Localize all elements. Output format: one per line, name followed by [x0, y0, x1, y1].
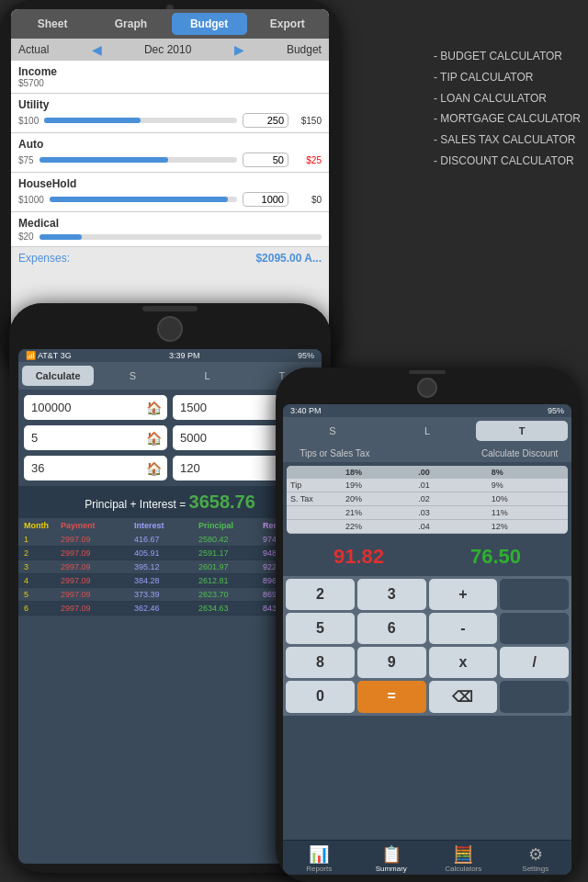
col-principal: Principal: [198, 521, 263, 530]
numpad-equals[interactable]: =: [357, 681, 426, 713]
tip-battery: 95%: [548, 406, 564, 415]
income-sub: $5700: [18, 78, 322, 88]
expenses-amount: $2095.00 A...: [255, 252, 322, 265]
utility-row: Utility $100 250 $150: [11, 94, 329, 133]
auto-slider[interactable]: [40, 157, 237, 163]
carrier-label: 📶 AT&T 3G: [26, 351, 72, 360]
tip-options-bar: Tips or Sales Tax Calculate Discount: [283, 445, 571, 462]
numpad-5[interactable]: 5: [286, 613, 355, 644]
expenses-label: Expenses:: [18, 252, 70, 265]
result-right: 76.50: [470, 545, 521, 569]
tip-tab-t[interactable]: T: [476, 421, 568, 441]
loan-tab-calculate[interactable]: Calculate: [22, 366, 94, 386]
numpad-9[interactable]: 9: [357, 647, 426, 678]
numpad-divide[interactable]: /: [500, 647, 569, 678]
input-principal[interactable]: 🏠: [24, 395, 167, 420]
month-navigation: Actual ◀ Dec 2010 ▶ Budget: [11, 39, 329, 61]
input-months[interactable]: 🏠: [24, 456, 167, 481]
next-month-button[interactable]: ▶: [234, 42, 244, 57]
spacer: [381, 448, 474, 458]
top-tab-bar: Sheet Graph Budget Export: [11, 9, 329, 39]
calculators-label: Calculators: [445, 865, 481, 873]
tab-export[interactable]: Export: [250, 13, 325, 35]
tip-hdr-1: 18%: [345, 468, 418, 477]
numpad-plus[interactable]: +: [429, 579, 498, 610]
utility-slider[interactable]: [44, 118, 237, 123]
household-slider[interactable]: [50, 197, 237, 202]
month-label: Dec 2010: [144, 43, 191, 56]
calculators-icon: 🧮: [427, 844, 500, 865]
tip-results: 91.82 76.50: [283, 537, 571, 576]
numpad-3[interactable]: 3: [357, 579, 426, 610]
tip-tab-l[interactable]: L: [381, 421, 473, 441]
medical-row: Medical $20: [11, 212, 329, 247]
household-title: HouseHold: [18, 177, 322, 190]
home-icon-1: 🏠: [146, 401, 162, 415]
household-input[interactable]: 1000: [243, 192, 288, 207]
tab-budget[interactable]: Budget: [172, 13, 247, 35]
summary-icon: 📋: [356, 844, 428, 865]
tip-hdr-3: 8%: [492, 468, 564, 477]
feature-list-panel: - BUDGET CALCULATOR - TIP CALCULATOR - L…: [434, 46, 581, 172]
tab-sheet[interactable]: Sheet: [15, 13, 90, 35]
feature-2: - TIP CALCULATOR: [434, 71, 533, 84]
numpad-multiply[interactable]: x: [429, 647, 498, 678]
feature-1: - BUDGET CALCULATOR: [434, 50, 562, 62]
feature-6: - DISCOUNT CALCULATOR: [434, 154, 574, 167]
calc-discount-label: Calculate Discount: [473, 448, 566, 458]
feature-3: - LOAN CALCULATOR: [434, 92, 547, 105]
result-value: 3658.76: [189, 492, 255, 512]
home-button-left[interactable]: [157, 316, 183, 342]
nav-summary[interactable]: 📋 Summary: [356, 844, 428, 873]
nav-settings[interactable]: ⚙ Settings: [500, 844, 572, 873]
tips-sales-label: Tips or Sales Tax: [288, 448, 381, 458]
col-interest: Interest: [134, 521, 198, 530]
medical-slider[interactable]: [40, 234, 322, 240]
nav-calculators[interactable]: 🧮 Calculators: [427, 844, 500, 873]
numpad-0[interactable]: 0: [286, 681, 355, 713]
numpad: 2 3 + 5 6 - 8 9 x / 0 = ⌫: [283, 576, 571, 716]
utility-sub: $100: [18, 116, 39, 126]
input-rate[interactable]: 🏠: [24, 425, 167, 450]
loan-tab-s[interactable]: S: [96, 366, 168, 386]
prev-month-button[interactable]: ◀: [92, 42, 102, 57]
auto-input[interactable]: 50: [243, 153, 288, 167]
battery-label: 95%: [298, 351, 314, 360]
feature-5: - SALES TAX CALCULATOR: [434, 133, 576, 146]
numpad-8[interactable]: 8: [286, 647, 355, 678]
auto-row: Auto $75 50 $25: [11, 133, 329, 173]
loan-tab-l[interactable]: L: [172, 366, 243, 386]
tip-grid-header: 18% .00 8%: [287, 466, 568, 479]
col-month: Month: [24, 521, 61, 530]
reports-label: Reports: [306, 865, 332, 873]
auto-title: Auto: [18, 138, 322, 151]
numpad-2[interactable]: 2: [286, 579, 355, 610]
result-left: 91.82: [334, 545, 384, 569]
tip-tab-s[interactable]: S: [287, 421, 379, 441]
tip-phone: 3:40 PM 95% S L T Tips or Sales Tax Calc…: [276, 368, 579, 882]
bottom-navigation: 📊 Reports 📋 Summary 🧮 Calculators ⚙ Sett…: [283, 840, 571, 875]
tip-grid: 18% .00 8% Tip19%.019%S. Tax20%.0210%21%…: [287, 466, 568, 534]
tip-screen: 3:40 PM 95% S L T Tips or Sales Tax Calc…: [283, 404, 571, 875]
numpad-empty1: [500, 579, 569, 610]
nav-reports[interactable]: 📊 Reports: [283, 844, 356, 873]
tip-hdr-2: .00: [418, 468, 491, 477]
settings-icon: ⚙: [500, 844, 572, 865]
numpad-backspace[interactable]: ⌫: [429, 681, 498, 713]
household-row: HouseHold $1000 1000 $0: [11, 173, 329, 212]
utility-right: $150: [294, 116, 322, 126]
home-button-right[interactable]: [417, 378, 437, 398]
loan-tab-bar: Calculate S L T: [18, 362, 322, 390]
tip-grid-row: 22%.0412%: [287, 520, 568, 534]
result-label: Principal + Interest =: [85, 498, 186, 511]
income-row: Income $5700: [11, 61, 329, 94]
household-sub: $1000: [18, 195, 44, 205]
utility-title: Utility: [18, 98, 322, 111]
summary-label: Summary: [376, 865, 407, 873]
utility-input[interactable]: 250: [243, 113, 288, 128]
numpad-6[interactable]: 6: [357, 613, 426, 644]
numpad-minus[interactable]: -: [429, 613, 498, 644]
tab-graph[interactable]: Graph: [93, 13, 168, 35]
tip-hdr-0: [290, 468, 345, 477]
numpad-empty2: [500, 613, 569, 644]
